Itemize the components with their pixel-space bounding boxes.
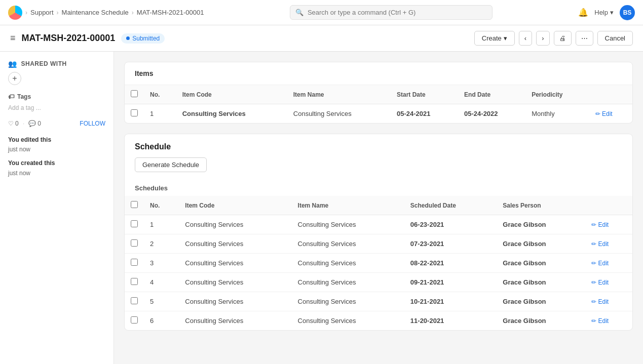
table-row: 2 Consulting Services Consulting Service… (125, 234, 632, 254)
print-button[interactable]: 🖨 (554, 31, 572, 46)
items-title: Items (135, 69, 154, 77)
doc-title: MAT-MSH-2021-00001 (22, 33, 116, 44)
help-chevron-icon: ▾ (610, 9, 614, 16)
schedules-select-all-checkbox[interactable] (131, 201, 138, 208)
activity-item-0: You edited this just now (8, 135, 105, 154)
sched-date-2: 08-22-2021 (404, 254, 497, 273)
create-label: Create (482, 34, 502, 42)
generate-schedule-button[interactable]: Generate Schedule (135, 157, 207, 172)
items-col-item-code: Item Code (176, 85, 287, 104)
sched-sales-person-5: Grace Gibson (497, 311, 585, 331)
items-table-header-row: No. Item Code Item Name Start Date End D… (125, 85, 632, 104)
sched-row-checkbox-4[interactable] (131, 297, 138, 304)
tags-label: Tags (17, 93, 31, 100)
search-input[interactable] (308, 9, 487, 16)
prev-button[interactable]: ‹ (519, 31, 532, 46)
table-row: 1 Consulting Services Consulting Service… (125, 104, 632, 124)
items-table: No. Item Code Item Name Start Date End D… (125, 85, 632, 123)
sched-item-name-2: Consulting Services (292, 254, 404, 273)
sched-sales-person-2: Grace Gibson (497, 254, 585, 273)
schedules-label: Schedules (125, 180, 632, 196)
breadcrumb-current: MAT-MSH-2021-00001 (137, 9, 204, 16)
items-select-all-checkbox[interactable] (131, 90, 138, 97)
likes-count: 0 (15, 120, 19, 127)
item-no-0: 1 (144, 104, 176, 124)
sched-item-name-1: Consulting Services (292, 234, 404, 254)
sched-col-actions (585, 196, 632, 215)
shared-with-section: 👥 Shared With + (8, 60, 105, 85)
table-row: 1 Consulting Services Consulting Service… (125, 215, 632, 234)
item-row-checkbox-0[interactable] (131, 109, 138, 116)
items-col-periodicity: Periodicity (525, 85, 589, 104)
add-tag-placeholder[interactable]: Add a tag ... (8, 104, 105, 111)
notifications-button[interactable]: 🔔 (578, 8, 588, 17)
avatar[interactable]: BS (620, 5, 635, 20)
toolbar: ≡ MAT-MSH-2021-00001 Submitted Create ▾ … (0, 25, 643, 52)
reactions-area: ♡ 0 · 💬 0 FOLLOW (8, 119, 105, 127)
comment-button[interactable]: 💬 0 (28, 120, 41, 127)
sched-date-4: 10-21-2021 (404, 292, 497, 311)
like-button[interactable]: ♡ 0 (8, 120, 19, 127)
items-card: Items No. Item Code Item Name Start Date… (124, 62, 633, 124)
status-dot (126, 36, 130, 40)
sep1: › (25, 9, 27, 16)
app-logo (8, 6, 22, 20)
sched-row-checkbox-0[interactable] (131, 220, 138, 227)
follow-button[interactable]: FOLLOW (80, 120, 105, 127)
sched-col-item-code: Item Code (179, 196, 291, 215)
sched-sales-person-4: Grace Gibson (497, 292, 585, 311)
cancel-button[interactable]: Cancel (597, 31, 633, 46)
sched-edit-button-1[interactable]: ✏ Edit (591, 240, 609, 248)
next-button[interactable]: › (536, 31, 549, 46)
sep3: › (132, 9, 134, 16)
sched-sales-person-3: Grace Gibson (497, 273, 585, 292)
sidebar: 👥 Shared With + 🏷 Tags Add a tag ... ♡ 0… (0, 52, 114, 364)
sched-row-checkbox-1[interactable] (131, 239, 138, 247)
top-nav: › Support › Maintenance Schedule › MAT-M… (0, 0, 643, 25)
sched-date-5: 11-20-2021 (404, 311, 497, 331)
tags-header: 🏷 Tags (8, 93, 105, 100)
help-label: Help (594, 9, 608, 16)
schedules-header-row: No. Item Code Item Name Scheduled Date S… (125, 196, 632, 215)
sched-item-code-0: Consulting Services (179, 215, 291, 234)
sched-no-5: 6 (144, 311, 179, 331)
sched-item-name-5: Consulting Services (292, 311, 404, 331)
activity-action-0: You edited this (8, 136, 51, 143)
sched-edit-button-5[interactable]: ✏ Edit (591, 317, 609, 325)
sched-col-no: No. (144, 196, 179, 215)
shared-with-label: Shared With (21, 60, 67, 67)
item-edit-button-0[interactable]: ✏ Edit (595, 110, 613, 117)
items-col-start-date: Start Date (391, 85, 458, 104)
sched-item-code-4: Consulting Services (179, 292, 291, 311)
activity-time-1: just now (8, 170, 30, 177)
schedules-table: No. Item Code Item Name Scheduled Date S… (125, 196, 632, 330)
sched-edit-button-2[interactable]: ✏ Edit (591, 260, 609, 267)
sched-item-code-1: Consulting Services (179, 234, 291, 254)
help-button[interactable]: Help ▾ (594, 9, 614, 16)
sched-item-code-5: Consulting Services (179, 311, 291, 331)
sched-row-checkbox-5[interactable] (131, 316, 138, 323)
search-bar: 🔍 (290, 5, 493, 20)
breadcrumb-support[interactable]: Support (30, 9, 54, 16)
sched-date-1: 07-23-2021 (404, 234, 497, 254)
sched-edit-button-4[interactable]: ✏ Edit (591, 298, 609, 305)
item-code-0: Consulting Services (176, 104, 287, 124)
sched-edit-button-3[interactable]: ✏ Edit (591, 279, 609, 286)
breadcrumb-maintenance[interactable]: Maintenance Schedule (62, 9, 129, 16)
add-shared-user-button[interactable]: + (8, 72, 21, 85)
items-col-item-name: Item Name (287, 85, 391, 104)
sched-row-checkbox-2[interactable] (131, 259, 138, 266)
sched-no-2: 3 (144, 254, 179, 273)
main-layout: 👥 Shared With + 🏷 Tags Add a tag ... ♡ 0… (0, 52, 643, 364)
more-options-button[interactable]: ⋯ (576, 31, 593, 46)
comments-count: 0 (37, 120, 41, 127)
sched-item-code-2: Consulting Services (179, 254, 291, 273)
items-col-no: No. (144, 85, 176, 104)
items-col-actions (589, 85, 632, 104)
item-name-0: Consulting Services (287, 104, 391, 124)
create-button[interactable]: Create ▾ (474, 31, 515, 46)
sched-row-checkbox-3[interactable] (131, 278, 138, 285)
menu-icon[interactable]: ≡ (10, 33, 16, 44)
sched-edit-button-0[interactable]: ✏ Edit (591, 221, 609, 228)
search-area: 🔍 (290, 5, 493, 20)
